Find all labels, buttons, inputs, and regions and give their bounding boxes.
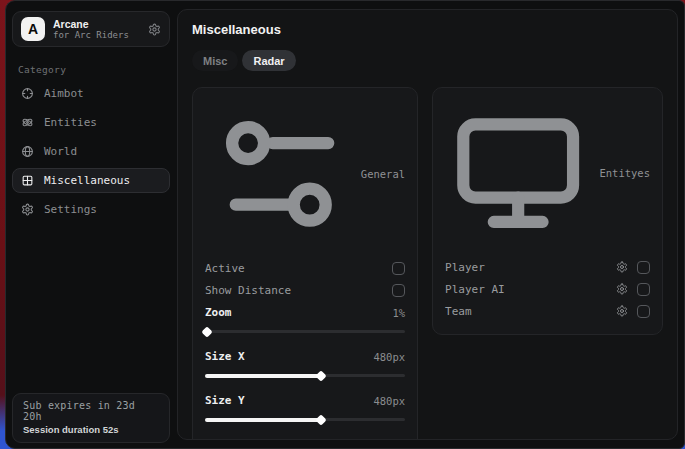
tab-bar: MiscRadar: [192, 50, 663, 71]
gear-icon[interactable]: [148, 23, 161, 36]
slider-fill: [205, 374, 321, 378]
entity-row-player-ai: Player AI: [445, 278, 650, 300]
brand-subtitle: for Arc Riders: [53, 30, 140, 40]
brand-name: Arcane: [53, 18, 140, 30]
entities-card-title: Entityes: [599, 167, 650, 179]
gear-icon: [21, 203, 34, 216]
general-rows: ActiveShow DistanceZoom1%Size X480pxSize…: [205, 258, 405, 440]
entities-icon: [21, 116, 34, 129]
app-window: A Arcane for Arc Riders Category AimbotE…: [5, 0, 685, 449]
category-label: Category: [18, 64, 176, 75]
checkbox[interactable]: [637, 283, 650, 296]
gear-icon[interactable]: [616, 305, 628, 317]
sidebar-item-miscellaneous[interactable]: Miscellaneous: [12, 168, 170, 193]
slider-fill: [205, 418, 321, 422]
tab-misc[interactable]: Misc: [192, 50, 238, 71]
slider-thumb[interactable]: [201, 326, 212, 337]
row-label: Color outline: [205, 438, 291, 440]
general-card-header: General: [205, 100, 405, 248]
sub-expiry-text: Sub expires in 23d 20h: [23, 400, 159, 422]
row-label: Size Y: [205, 394, 245, 407]
subscription-card: Sub expires in 23d 20h Session duration …: [12, 393, 170, 443]
entities-card: Entityes PlayerPlayer AITeam: [432, 87, 663, 335]
slider-thumb[interactable]: [315, 414, 326, 425]
sidebar-item-label: Miscellaneous: [44, 174, 130, 187]
brand-card: A Arcane for Arc Riders: [12, 11, 170, 47]
row-label: Player AI: [445, 283, 505, 296]
sidebar: A Arcane for Arc Riders Category AimbotE…: [6, 1, 176, 448]
monitor-icon: [445, 100, 591, 246]
row-active: Active: [205, 258, 405, 280]
sidebar-item-label: Aimbot: [44, 87, 84, 100]
sliders-icon: [205, 100, 353, 248]
slider[interactable]: [205, 327, 405, 337]
row-label: Zoom: [205, 306, 232, 319]
sidebar-item-label: Entities: [44, 116, 97, 129]
entity-row-team: Team: [445, 300, 650, 322]
sidebar-nav: AimbotEntitiesWorldMiscellaneousSettings: [6, 81, 176, 222]
brand-text: Arcane for Arc Riders: [53, 18, 140, 40]
entities-rows: PlayerPlayer AITeam: [445, 256, 650, 322]
checkbox[interactable]: [637, 305, 650, 318]
row-label: Player: [445, 261, 485, 274]
slider-track: [205, 330, 405, 333]
sidebar-item-label: World: [44, 145, 77, 158]
sidebar-item-label: Settings: [44, 203, 97, 216]
slider-value: 1%: [392, 307, 405, 319]
checkbox[interactable]: [637, 261, 650, 274]
gear-icon[interactable]: [616, 283, 628, 295]
general-card-title: General: [361, 168, 405, 180]
slider-block-zoom: Zoom1%: [205, 302, 405, 337]
row-label: Show Distance: [205, 284, 291, 297]
slider[interactable]: [205, 415, 405, 425]
row-label: Team: [445, 305, 472, 318]
slider-block-size-y: Size Y480px: [205, 390, 405, 425]
main-panel: Miscellaneous MiscRadar General ActiveSh…: [177, 9, 678, 440]
brand-logo: A: [21, 17, 45, 41]
slider-value: 480px: [373, 351, 405, 363]
sidebar-item-settings[interactable]: Settings: [12, 197, 170, 222]
page-title: Miscellaneous: [192, 22, 663, 37]
grid-icon: [21, 174, 34, 187]
row-label: Active: [205, 262, 245, 275]
slider[interactable]: [205, 371, 405, 381]
tab-radar[interactable]: Radar: [242, 50, 295, 71]
crosshair-icon: [21, 87, 34, 100]
slider-value: 480px: [373, 395, 405, 407]
cards-row: General ActiveShow DistanceZoom1%Size X4…: [192, 87, 663, 440]
sidebar-item-world[interactable]: World: [12, 139, 170, 164]
row-label: Size X: [205, 350, 245, 363]
checkbox[interactable]: [392, 284, 405, 297]
globe-icon: [21, 145, 34, 158]
general-card: General ActiveShow DistanceZoom1%Size X4…: [192, 87, 418, 440]
checkbox[interactable]: [392, 262, 405, 275]
sidebar-item-entities[interactable]: Entities: [12, 110, 170, 135]
entity-row-player: Player: [445, 256, 650, 278]
gear-icon[interactable]: [616, 261, 628, 273]
session-duration-text: Session duration 52s: [23, 424, 159, 435]
sidebar-item-aimbot[interactable]: Aimbot: [12, 81, 170, 106]
entities-card-header: Entityes: [445, 100, 650, 246]
slider-block-size-x: Size X480px: [205, 346, 405, 381]
row-show-distance: Show Distance: [205, 280, 405, 302]
slider-thumb[interactable]: [315, 370, 326, 381]
row-color-outline: Color outline: [205, 434, 405, 440]
